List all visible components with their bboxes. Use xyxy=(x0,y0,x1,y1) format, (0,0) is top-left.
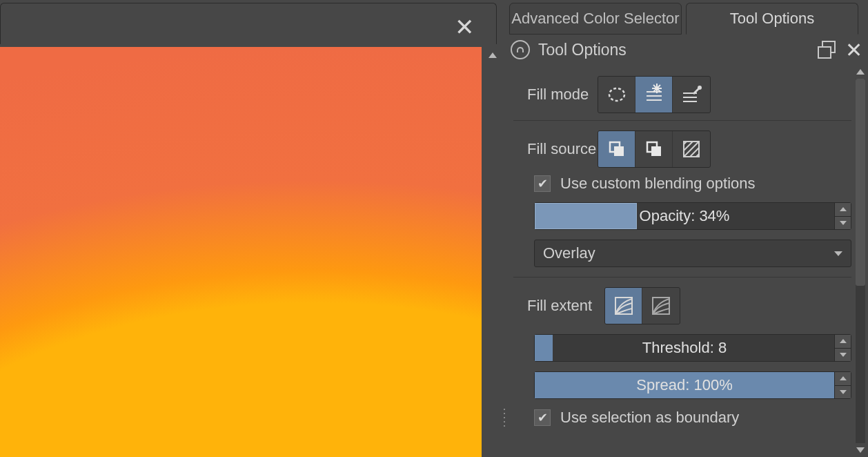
fill-source-group xyxy=(598,130,711,168)
foreground-color-icon xyxy=(606,138,628,160)
panel-lock-button[interactable] xyxy=(511,40,530,59)
fill-source-foreground-button[interactable] xyxy=(598,131,635,167)
chevron-down-icon xyxy=(840,221,847,225)
panel-header: Tool Options ✕ xyxy=(511,37,862,62)
tab-advanced-color-selector[interactable]: Advanced Color Selector xyxy=(509,3,682,35)
fill-extent-contiguous-button[interactable] xyxy=(605,288,642,324)
svg-point-0 xyxy=(609,88,624,101)
dropper-layers-icon xyxy=(680,84,702,106)
fill-source-label: Fill source xyxy=(513,140,598,158)
chevron-down-icon xyxy=(834,251,842,256)
opacity-slider[interactable]: Opacity: 34% xyxy=(534,202,851,230)
panel-title: Tool Options xyxy=(538,41,818,59)
threshold-decrement-button[interactable] xyxy=(835,349,851,362)
chevron-down-icon xyxy=(840,390,847,394)
chevron-up-icon xyxy=(840,339,847,343)
threshold-increment-button[interactable] xyxy=(835,335,851,349)
docker-tabs: Advanced Color Selector Tool Options xyxy=(509,3,858,35)
threshold-slider[interactable]: Threshold: 8 xyxy=(534,334,851,362)
blend-mode-value: Overlay xyxy=(543,244,595,262)
divider xyxy=(513,120,851,121)
panel-vertical-scrollbar[interactable] xyxy=(854,66,867,456)
spread-increment-button[interactable] xyxy=(835,372,851,386)
right-docker: Advanced Color Selector Tool Options Too… xyxy=(501,0,868,457)
fill-mode-similar-colors-button[interactable] xyxy=(635,77,673,113)
opacity-value-label: Opacity: 34% xyxy=(535,203,834,229)
fill-extent-group xyxy=(604,287,680,324)
threshold-value-label: Threshold: 8 xyxy=(535,335,834,361)
fill-extent-all-button[interactable] xyxy=(642,288,680,324)
spread-decrement-button[interactable] xyxy=(835,386,851,399)
canvas-viewport[interactable] xyxy=(0,47,482,457)
fill-extent-label: Fill extent xyxy=(513,297,604,315)
fill-source-pattern-button[interactable] xyxy=(673,131,710,167)
use-custom-blending-label: Use custom blending options xyxy=(560,175,756,193)
canvas-vertical-scrollbar[interactable] xyxy=(486,47,499,457)
spread-value-label: Spread: 100% xyxy=(535,372,834,398)
scrollbar-thumb[interactable] xyxy=(856,79,865,286)
blend-mode-dropdown[interactable]: Overlay xyxy=(534,240,851,267)
scrollbar-arrow-up-icon xyxy=(489,52,497,58)
region-fill-icon xyxy=(613,295,635,317)
magic-fill-icon xyxy=(643,84,665,106)
use-selection-boundary-checkbox[interactable]: ✔ xyxy=(534,409,551,426)
divider xyxy=(513,277,851,278)
use-custom-blending-checkbox[interactable]: ✔ xyxy=(534,175,551,192)
lock-open-icon xyxy=(517,47,524,52)
threshold-spinner xyxy=(834,335,851,361)
tool-options-panel: Fill mode xyxy=(513,69,851,457)
chevron-up-icon xyxy=(840,376,847,380)
scrollbar-arrow-up-icon xyxy=(856,69,865,75)
canvas-area: ✕ xyxy=(0,0,501,457)
panel-float-button[interactable] xyxy=(818,41,836,59)
panel-close-button[interactable]: ✕ xyxy=(845,38,862,62)
opacity-spinner xyxy=(834,203,851,229)
chevron-up-icon xyxy=(840,207,847,211)
background-color-icon xyxy=(643,138,665,160)
canvas-document-tab-bar: ✕ xyxy=(0,3,497,44)
scrollbar-arrow-down-icon xyxy=(856,447,865,453)
use-selection-boundary-label: Use selection as boundary xyxy=(560,409,739,427)
dashed-ellipse-icon xyxy=(606,84,628,106)
docker-resize-grip[interactable] xyxy=(504,407,511,428)
fill-mode-label: Fill mode xyxy=(513,86,598,104)
fill-mode-group xyxy=(598,76,711,113)
tab-tool-options[interactable]: Tool Options xyxy=(686,3,858,35)
spread-spinner xyxy=(834,372,851,398)
fill-source-background-button[interactable] xyxy=(635,131,673,167)
svg-rect-9 xyxy=(651,146,661,156)
opacity-decrement-button[interactable] xyxy=(835,217,851,230)
spread-slider[interactable]: Spread: 100% xyxy=(534,371,851,399)
close-document-button[interactable]: ✕ xyxy=(455,13,474,41)
svg-point-5 xyxy=(698,86,702,90)
opacity-increment-button[interactable] xyxy=(835,203,851,217)
chevron-down-icon xyxy=(840,353,847,357)
region-all-icon xyxy=(650,295,672,317)
pattern-icon xyxy=(680,138,702,160)
fill-mode-all-button[interactable] xyxy=(673,77,710,113)
fill-mode-selection-button[interactable] xyxy=(598,77,635,113)
